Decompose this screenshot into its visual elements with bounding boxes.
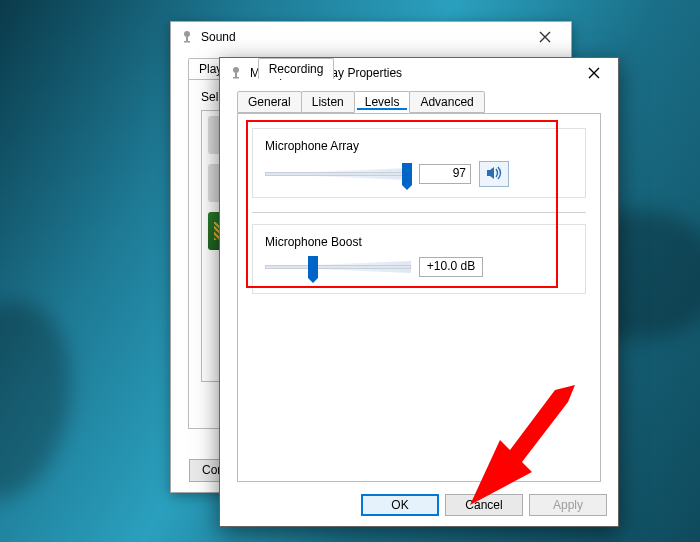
- svg-rect-1: [186, 37, 188, 41]
- apply-button: Apply: [529, 494, 607, 516]
- cancel-button[interactable]: Cancel: [445, 494, 523, 516]
- close-icon[interactable]: [572, 59, 616, 87]
- microphone-array-value[interactable]: 97: [419, 164, 471, 184]
- microphone-boost-value[interactable]: +10.0 dB: [419, 257, 483, 277]
- tab-general[interactable]: General: [237, 91, 302, 113]
- ok-button[interactable]: OK: [361, 494, 439, 516]
- divider: [252, 212, 586, 213]
- mute-button[interactable]: [479, 161, 509, 187]
- apply-button-label: Apply: [553, 498, 583, 512]
- svg-rect-2: [184, 41, 190, 43]
- properties-body: General Listen Levels Advanced Microphon…: [229, 90, 609, 482]
- microphone-icon: [179, 29, 195, 45]
- microphone-boost-group: Microphone Boost +10.0 dB: [252, 224, 586, 294]
- microphone-array-slider[interactable]: [265, 164, 411, 184]
- microphone-boost-label: Microphone Boost: [265, 235, 573, 249]
- sound-titlebar: Sound: [171, 22, 571, 52]
- ok-button-label: OK: [391, 498, 408, 512]
- close-icon[interactable]: [523, 23, 567, 51]
- microphone-boost-slider[interactable]: [265, 257, 411, 277]
- properties-tab-strip: General Listen Levels Advanced: [229, 90, 609, 113]
- svg-point-0: [184, 31, 190, 37]
- dialog-buttons: OK Cancel Apply: [361, 494, 607, 516]
- sound-window-title: Sound: [201, 30, 523, 44]
- tab-advanced[interactable]: Advanced: [409, 91, 484, 113]
- tab-listen[interactable]: Listen: [301, 91, 355, 113]
- svg-rect-8: [235, 73, 237, 77]
- microphone-array-group: Microphone Array 97: [252, 128, 586, 198]
- microphone-icon: [228, 65, 244, 81]
- tab-recording[interactable]: Recording: [258, 58, 335, 79]
- svg-rect-9: [233, 77, 239, 79]
- microphone-properties-dialog: Microphone Array Properties General List…: [219, 57, 619, 527]
- svg-point-7: [233, 67, 239, 73]
- tab-levels[interactable]: Levels: [354, 91, 411, 113]
- levels-panel: Microphone Array 97: [237, 113, 601, 482]
- speaker-icon: [485, 164, 503, 185]
- microphone-array-label: Microphone Array: [265, 139, 573, 153]
- cancel-button-label: Cancel: [465, 498, 502, 512]
